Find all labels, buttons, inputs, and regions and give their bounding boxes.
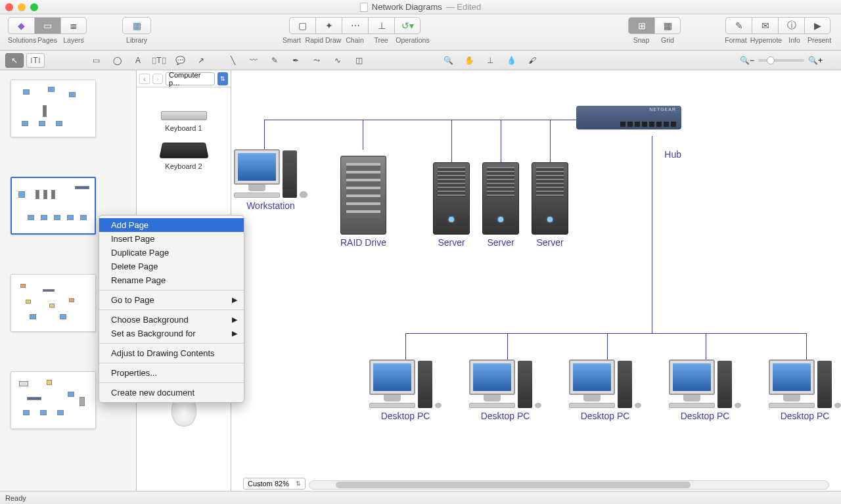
- page-thumbnail-1[interactable]: [11, 80, 96, 137]
- grid-label: Grid: [654, 36, 681, 44]
- pen-tool[interactable]: ✒: [286, 53, 305, 68]
- zoom-slider[interactable]: [758, 59, 804, 62]
- eyedropper-tool[interactable]: 💧: [502, 53, 520, 68]
- chain-button[interactable]: ⋯: [342, 17, 368, 34]
- library-button[interactable]: ▦: [122, 17, 151, 34]
- ctx-rename-page[interactable]: Rename Page: [99, 273, 244, 287]
- page-context-menu: Add Page Insert Page Duplicate Page Dele…: [99, 215, 244, 403]
- pointer-tool[interactable]: ↖: [5, 53, 24, 68]
- node-server-2[interactable]: Server: [482, 162, 519, 248]
- drawing-canvas[interactable]: NETGEAR Hub Workstation RAID Drive Serve…: [231, 70, 841, 491]
- node-desktop-5-label: Desktop PC: [762, 411, 841, 421]
- ctx-go-to-page[interactable]: Go to Page▶: [99, 293, 244, 307]
- node-hub[interactable]: NETGEAR Hub: [576, 106, 681, 160]
- node-raid[interactable]: RAID Drive: [340, 156, 386, 248]
- rectangle-tool[interactable]: ▭: [87, 53, 105, 68]
- ctx-separator: [99, 309, 244, 310]
- node-server-2-label: Server: [482, 237, 519, 248]
- info-button[interactable]: ⓘ: [778, 17, 804, 34]
- node-desktop-4-label: Desktop PC: [662, 411, 748, 421]
- ctx-choose-background[interactable]: Choose Background▶: [99, 313, 244, 327]
- page-thumbnail-2[interactable]: [11, 177, 96, 235]
- pan-tool[interactable]: ✋: [460, 53, 478, 68]
- highlighter-tool[interactable]: ✎: [265, 53, 284, 68]
- solutions-button[interactable]: ◆: [8, 17, 34, 34]
- ctx-separator: [99, 343, 244, 344]
- rapid-draw-button[interactable]: ✦: [315, 17, 342, 34]
- hypernote-label: Hypernote: [749, 36, 783, 44]
- smart-button[interactable]: ▢: [289, 17, 315, 34]
- node-server-3[interactable]: Server: [532, 162, 568, 248]
- tree-button[interactable]: ⊥: [368, 17, 394, 34]
- spline-tool[interactable]: ∿: [329, 53, 347, 68]
- hypernote-button[interactable]: ✉: [752, 17, 778, 34]
- ctx-properties[interactable]: Properties...: [99, 366, 244, 380]
- brush-tool[interactable]: 🖌: [523, 53, 541, 68]
- horizontal-scrollbar[interactable]: [309, 480, 829, 490]
- library-item-keyboard-2[interactable]: Keyboard 2: [137, 135, 231, 173]
- page-thumbnail-4[interactable]: [11, 371, 96, 429]
- node-desktop-2[interactable]: Desktop PC: [463, 359, 548, 421]
- ctx-separator: [99, 290, 244, 290]
- zoom-level-label: Custom 82%: [248, 480, 289, 488]
- node-workstation[interactable]: Workstation: [231, 149, 310, 211]
- text-tool[interactable]: A: [129, 53, 147, 68]
- snap-button[interactable]: ⊞: [628, 17, 654, 34]
- operations-button[interactable]: ↺▾: [394, 17, 420, 34]
- library-back-button[interactable]: ‹: [139, 74, 150, 84]
- ctx-create-new-document[interactable]: Create new document: [99, 386, 244, 400]
- crop-tool[interactable]: ◫: [350, 53, 368, 68]
- connector-tool[interactable]: ⤳: [307, 53, 326, 68]
- tree-label: Tree: [368, 36, 394, 44]
- format-label: Format: [723, 36, 749, 44]
- layers-button[interactable]: ≣: [60, 17, 87, 34]
- grid-button[interactable]: ▦: [654, 17, 681, 34]
- ctx-separator: [99, 363, 244, 363]
- document-name: Network Diagrams: [372, 2, 442, 12]
- document-icon: [360, 3, 368, 12]
- text-select-tool[interactable]: ⁞T⁞: [26, 53, 45, 68]
- node-desktop-1[interactable]: Desktop PC: [363, 359, 448, 421]
- ctx-delete-page[interactable]: Delete Page: [99, 260, 244, 273]
- window-titlebar: Network Diagrams — Edited: [0, 0, 841, 14]
- ctx-add-page[interactable]: Add Page: [99, 218, 244, 232]
- node-desktop-3-label: Desktop PC: [562, 411, 648, 421]
- window-title: Network Diagrams — Edited: [360, 2, 481, 12]
- curve-tool[interactable]: 〰: [244, 53, 263, 68]
- drawing-toolbar: ↖ ⁞T⁞ ▭ ◯ A ⌷T⌷ 💬 ↗ ╲ 〰 ✎ ✒ ⤳ ∿ ◫ 🔍 ✋ ⊥ …: [0, 51, 841, 70]
- library-item-label: Keyboard 1: [139, 124, 228, 132]
- node-desktop-4[interactable]: Desktop PC: [662, 359, 748, 421]
- line-tool[interactable]: ╲: [223, 53, 242, 68]
- ctx-insert-page[interactable]: Insert Page: [99, 232, 244, 246]
- zoom-out-icon[interactable]: 🔍−: [740, 56, 754, 65]
- ctx-adjust-drawing[interactable]: Adjust to Drawing Contents: [99, 346, 244, 360]
- ctx-duplicate-page[interactable]: Duplicate Page: [99, 246, 244, 260]
- node-desktop-5[interactable]: Desktop PC: [762, 359, 841, 421]
- ellipse-tool[interactable]: ◯: [108, 53, 126, 68]
- page-thumbnail-3[interactable]: [11, 274, 96, 332]
- arrow-tool[interactable]: ↗: [192, 53, 210, 68]
- node-desktop-3[interactable]: Desktop PC: [562, 359, 648, 421]
- main-toolbar: ◆ ▭ ≣ Solutions Pages Layers ▦ Library ▢…: [0, 14, 841, 51]
- ctx-set-as-background[interactable]: Set as Background for▶: [99, 327, 244, 340]
- library-forward-button[interactable]: ›: [152, 74, 163, 84]
- node-desktop-2-label: Desktop PC: [463, 411, 548, 421]
- callout-tool[interactable]: 💬: [171, 53, 189, 68]
- library-item-keyboard-1[interactable]: Keyboard 1: [137, 93, 231, 135]
- present-button[interactable]: ▶: [804, 17, 830, 34]
- textbox-tool[interactable]: ⌷T⌷: [150, 53, 168, 68]
- magnifier-tool[interactable]: 🔍: [439, 53, 457, 68]
- zoom-level-dropdown[interactable]: Custom 82% ⇅: [243, 478, 306, 490]
- close-window-button[interactable]: [5, 3, 13, 11]
- stamp-tool[interactable]: ⊥: [481, 53, 499, 68]
- minimize-window-button[interactable]: [18, 3, 26, 11]
- library-dropdown-arrow-icon[interactable]: ⇅: [217, 72, 228, 85]
- document-edited-suffix: — Edited: [446, 2, 481, 12]
- node-server-1[interactable]: Server: [433, 162, 470, 248]
- zoom-window-button[interactable]: [30, 3, 38, 11]
- zoom-in-icon[interactable]: 🔍+: [808, 56, 823, 65]
- library-category-dropdown[interactable]: Computer p…: [166, 72, 215, 85]
- pages-button[interactable]: ▭: [34, 17, 60, 34]
- operations-label: Operations: [394, 36, 431, 44]
- format-button[interactable]: ✎: [725, 17, 752, 34]
